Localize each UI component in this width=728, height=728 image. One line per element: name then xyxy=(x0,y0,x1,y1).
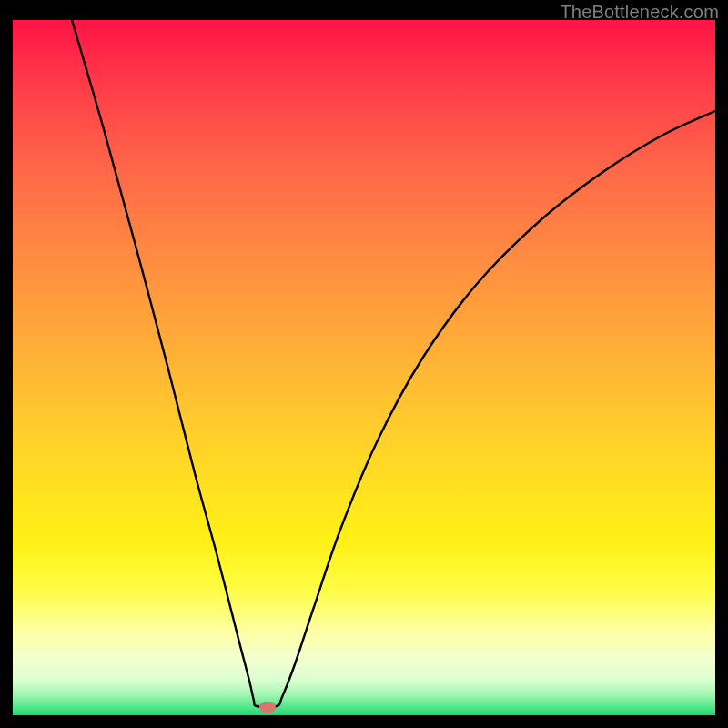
watermark-text: TheBottleneck.com xyxy=(560,2,719,23)
plot-area xyxy=(13,20,715,715)
bottleneck-curve xyxy=(13,20,715,715)
optimal-point-marker xyxy=(259,702,276,713)
chart-frame: TheBottleneck.com xyxy=(0,0,728,728)
